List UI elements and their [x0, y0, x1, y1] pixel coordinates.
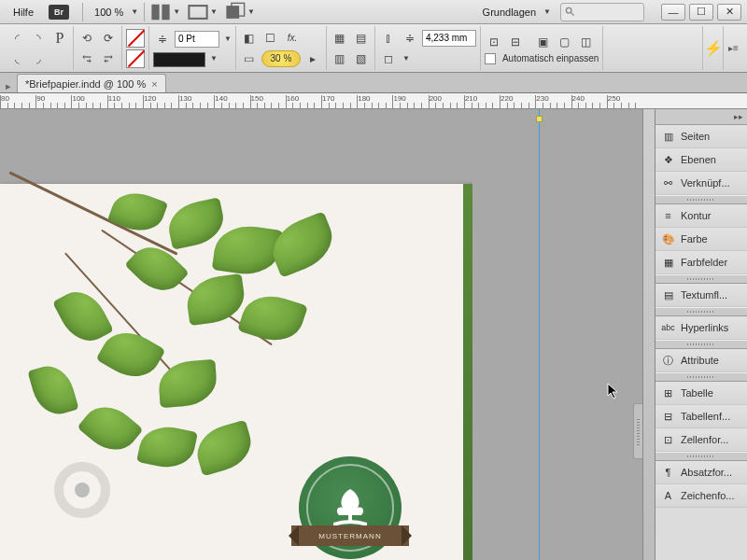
toolbar-menu-icon[interactable]: ▸≡ — [723, 26, 743, 70]
swatches-icon: ▦ — [661, 256, 675, 270]
autofit-checkbox[interactable] — [485, 53, 496, 64]
panel-zeichenformat[interactable]: AZeichenfo... — [655, 484, 747, 508]
company-logo: MUSTERMANN — [289, 456, 411, 559]
panel-dock-handle[interactable] — [633, 403, 642, 459]
flip-v-icon[interactable]: ⥃ — [78, 49, 96, 68]
mirror-icon[interactable]: ⥂ — [99, 49, 118, 68]
opacity-icon[interactable]: ◧ — [240, 29, 259, 48]
cursor-icon — [607, 383, 620, 402]
guide-vertical[interactable] — [539, 109, 540, 560]
document-canvas[interactable]: MUSTERMANN Mustermann Garten- und Landsc… — [0, 109, 472, 560]
panel-farbfelder[interactable]: ▦Farbfelder — [655, 251, 747, 274]
svg-point-5 — [566, 7, 571, 13]
menu-help[interactable]: Hilfe — [6, 5, 41, 20]
cellstyle-icon: ⊡ — [661, 433, 675, 447]
panel-separator — [655, 340, 747, 349]
tab-expand-icon[interactable]: ▸ — [6, 80, 17, 92]
flip-h-icon[interactable]: ⟲ — [78, 29, 96, 48]
table-icon: ⊞ — [661, 386, 675, 400]
wrap-offset-input[interactable]: 4,233 mm — [422, 30, 476, 47]
fx-icon[interactable]: fx. — [283, 29, 302, 48]
apply-icon[interactable]: ▭ — [240, 49, 259, 68]
fill-prop-icon[interactable]: ◫ — [577, 33, 596, 51]
panel-tabellenformat[interactable]: ⊟Tabellenf... — [655, 405, 747, 428]
minimize-button[interactable]: ― — [661, 4, 685, 21]
close-tab-icon[interactable]: × — [151, 78, 157, 90]
panel-separator — [655, 274, 747, 284]
svg-rect-7 — [348, 511, 352, 521]
panel-kontur[interactable]: ≡Kontur — [655, 204, 747, 228]
corner-tr-icon[interactable]: ◝ — [29, 29, 48, 48]
text-wrap-jump-icon[interactable]: ▧ — [352, 49, 371, 68]
maximize-button[interactable]: ☐ — [689, 4, 713, 21]
search-input[interactable] — [560, 3, 644, 21]
bridge-button[interactable]: Br — [49, 5, 69, 20]
stepper-icon[interactable]: ≑ — [401, 29, 419, 48]
search-icon — [565, 7, 575, 17]
panel-strip[interactable] — [642, 109, 655, 560]
panel-verknuepf[interactable]: ⚯Verknüpf... — [655, 172, 747, 195]
blank-icon — [50, 49, 69, 68]
fit-content-icon[interactable]: ⊡ — [485, 33, 503, 51]
corner-br-icon[interactable]: ◞ — [29, 49, 48, 68]
stroke-style-swatch[interactable] — [153, 52, 205, 67]
dropdown-arrow-icon[interactable]: ▼ — [173, 7, 180, 16]
panel-attribute[interactable]: ⓘAttribute — [655, 349, 747, 372]
corner-tl-icon[interactable]: ◜ — [7, 29, 26, 48]
guide-handle[interactable] — [536, 116, 543, 122]
frame-fit-icon[interactable]: ⫿ — [379, 29, 398, 48]
panel-ebenen[interactable]: ❖Ebenen — [655, 148, 747, 172]
dropdown-arrow-icon[interactable]: ▼ — [247, 7, 255, 16]
stepper-icon[interactable]: ≑ — [153, 30, 172, 49]
fit-frame-icon[interactable]: ⊟ — [506, 33, 525, 51]
text-wrap-shape-icon[interactable]: ▥ — [331, 49, 349, 68]
arrange-icon[interactable] — [225, 3, 246, 21]
separator — [144, 3, 145, 21]
dropdown-arrow-icon[interactable]: ▼ — [402, 54, 410, 63]
panel-collapse-icon[interactable]: ▸▸ — [655, 109, 747, 125]
zoom-level[interactable]: 100 % — [89, 5, 129, 20]
dropdown-arrow-icon[interactable]: ▼ — [224, 35, 232, 43]
panel-absatzformat[interactable]: ¶Absatzfor... — [655, 461, 747, 484]
opacity-arrow-icon[interactable]: ▸ — [303, 49, 322, 68]
fill-none-swatch[interactable] — [126, 29, 145, 48]
quick-apply-icon[interactable]: ⚡ — [702, 26, 723, 70]
text-p-icon[interactable]: P — [50, 29, 69, 48]
fit-prop-icon[interactable]: ▢ — [556, 33, 574, 51]
close-button[interactable]: ✕ — [717, 4, 741, 21]
effects-icon[interactable]: ☐ — [261, 29, 280, 48]
panel-farbe[interactable]: 🎨Farbe — [655, 228, 747, 251]
stroke-none-swatch[interactable] — [126, 49, 145, 68]
horizontal-ruler[interactable]: 8090100110120130140150160170180190200210… — [0, 93, 747, 109]
dropdown-arrow-icon[interactable]: ▼ — [543, 7, 551, 16]
panel-separator — [655, 307, 747, 316]
workspace-selector[interactable]: Grundlagen — [477, 5, 543, 20]
document-tab[interactable]: *Briefpapier.indd @ 100 % × — [17, 74, 166, 92]
dropdown-arrow-icon[interactable]: ▼ — [210, 54, 218, 63]
panel-textumfluss[interactable]: ▤Textumfl... — [655, 284, 747, 307]
tablestyle-icon: ⊟ — [661, 410, 675, 424]
corner-bl-icon[interactable]: ◟ — [7, 49, 26, 68]
svg-line-6 — [571, 13, 574, 16]
rotate-icon[interactable]: ⟳ — [99, 29, 118, 48]
panel-seiten[interactable]: ▥Seiten — [655, 125, 747, 148]
attributes-icon: ⓘ — [661, 354, 675, 368]
panel-tabelle[interactable]: ⊞Tabelle — [655, 382, 747, 405]
dropdown-arrow-icon[interactable]: ▼ — [210, 7, 218, 16]
screen-mode-icon[interactable] — [188, 3, 208, 21]
color-icon: 🎨 — [661, 232, 675, 246]
text-wrap-bounding-icon[interactable]: ▤ — [352, 29, 371, 48]
panel-hyperlinks[interactable]: abcHyperlinks — [655, 316, 747, 340]
corner-options-icon[interactable]: ◻ — [379, 49, 398, 68]
stroke-weight-input[interactable]: 0 Pt — [175, 31, 219, 48]
stroke-icon: ≡ — [661, 209, 675, 223]
panel-zellenformat[interactable]: ⊡Zellenfor... — [655, 428, 747, 452]
center-content-icon[interactable]: ▣ — [534, 33, 553, 51]
page-green-edge — [463, 184, 472, 560]
links-icon: ⚯ — [661, 176, 675, 190]
view-options-icon[interactable] — [150, 3, 171, 21]
opacity-input[interactable]: 30 % — [261, 50, 301, 67]
dropdown-arrow-icon[interactable]: ▼ — [131, 7, 138, 16]
hole-mark — [54, 462, 110, 518]
text-wrap-none-icon[interactable]: ▦ — [331, 29, 349, 48]
